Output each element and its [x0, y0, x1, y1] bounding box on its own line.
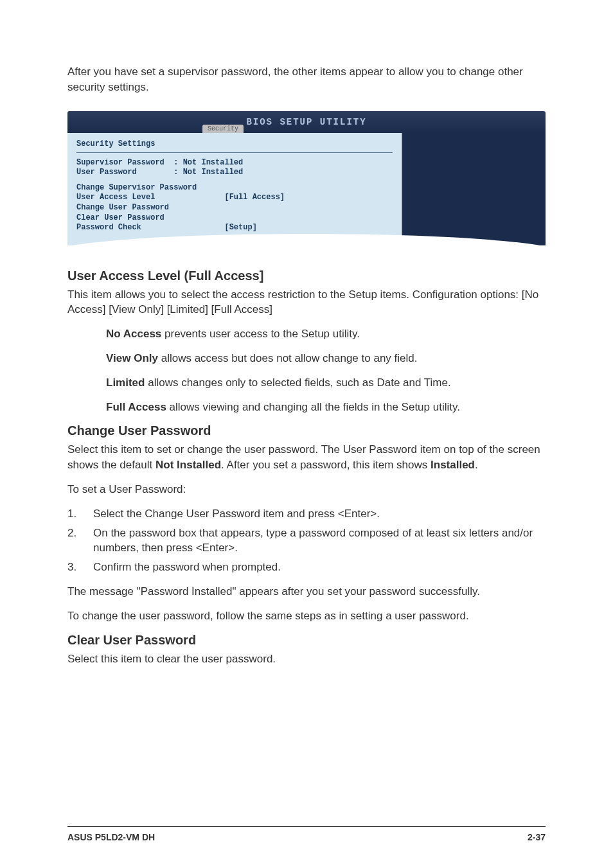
user-access-level-body: This item allows you to select the acces…: [67, 287, 546, 318]
option-full-access-label: Full Access: [106, 401, 166, 413]
bios-header: BIOS SETUP UTILITY Security: [67, 111, 546, 133]
steps-list: Select the Change User Password item and…: [67, 506, 546, 575]
bios-line-clear-user: Clear User Password: [76, 213, 393, 224]
bios-right-panel: [402, 133, 546, 245]
bios-title: BIOS SETUP UTILITY: [246, 117, 366, 127]
option-view-only-text: allows access but does not allow change …: [158, 352, 418, 364]
cup-p1d: Installed: [431, 459, 475, 471]
option-view-only-label: View Only: [106, 352, 158, 364]
bios-divider: [76, 152, 393, 153]
option-no-access-text: prevents user access to the Setup utilit…: [161, 328, 360, 340]
bios-line-supervisor: Supervisor Password : Not Installed: [76, 158, 393, 168]
bios-line-change-user: Change User Password: [76, 203, 393, 213]
bios-line-user: User Password : Not Installed: [76, 168, 393, 178]
step-3: Confirm the password when prompted.: [67, 560, 546, 575]
cup-p1c: . After you set a password, this item sh…: [221, 459, 431, 471]
bios-tab: Security: [202, 125, 244, 133]
footer-right: 2-37: [528, 832, 546, 842]
step-1: Select the Change User Password item and…: [67, 506, 546, 522]
heading-change-user-password: Change User Password: [67, 423, 546, 438]
bios-line-change-supervisor: Change Supervisor Password: [76, 183, 393, 193]
bios-body: Security Settings Supervisor Password : …: [67, 133, 546, 245]
clear-user-password-body: Select this item to clear the user passw…: [67, 651, 546, 667]
page-footer: ASUS P5LD2-VM DH 2-37: [67, 826, 546, 842]
bios-section-title: Security Settings: [76, 139, 393, 148]
option-full-access: Full Access allows viewing and changing …: [106, 400, 546, 415]
change-user-password-p1: Select this item to set or change the us…: [67, 442, 546, 473]
bios-left-panel: Security Settings Supervisor Password : …: [67, 133, 402, 245]
option-limited-label: Limited: [106, 376, 145, 389]
change-user-password-p2: To set a User Password:: [67, 482, 546, 497]
cup-p1e: .: [475, 459, 478, 471]
change-user-password-p4: To change the user password, follow the …: [67, 608, 546, 624]
step-2: On the password box that appears, type a…: [67, 526, 546, 556]
bios-line-password-check: Password Check [Setup]: [76, 223, 393, 233]
option-full-access-text: allows viewing and changing all the fiel…: [166, 401, 460, 413]
cup-p1b: Not Installed: [155, 459, 221, 471]
option-limited-text: allows changes only to selected fields, …: [145, 376, 450, 389]
option-view-only: View Only allows access but does not all…: [106, 351, 546, 366]
heading-clear-user-password: Clear User Password: [67, 633, 546, 648]
change-user-password-p3: The message "Password Installed" appears…: [67, 584, 546, 599]
bios-line-access-level: User Access Level [Full Access]: [76, 193, 393, 203]
option-no-access: No Access prevents user access to the Se…: [106, 326, 546, 342]
footer-left: ASUS P5LD2-VM DH: [67, 832, 155, 842]
intro-paragraph: After you have set a supervisor password…: [67, 64, 546, 95]
heading-user-access-level: User Access Level (Full Access]: [67, 269, 546, 283]
option-limited: Limited allows changes only to selected …: [106, 375, 546, 391]
bios-screenshot: BIOS SETUP UTILITY Security Security Set…: [67, 111, 546, 246]
option-no-access-label: No Access: [106, 328, 161, 340]
